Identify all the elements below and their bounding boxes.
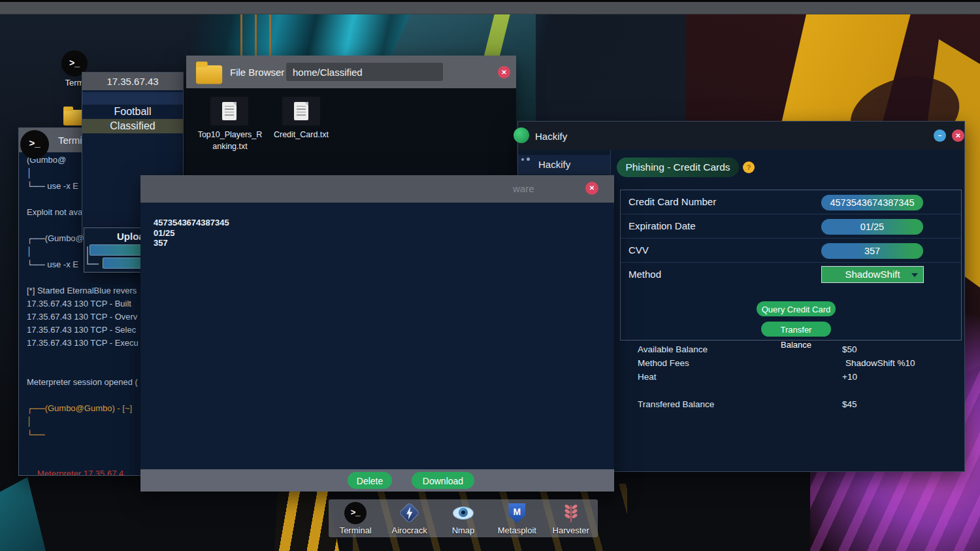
stat-value: $50 xyxy=(842,344,857,354)
file-content-line: 01/25 xyxy=(154,228,614,239)
field-label: Method xyxy=(629,263,661,286)
occluded-window-title: ware xyxy=(513,183,534,194)
terminal-icon: >_ xyxy=(344,502,367,524)
stat-value: ShadowShift %10 xyxy=(845,358,915,368)
dock: >_ Terminal Airocrack Nmap M Metasploit xyxy=(329,499,598,537)
file-name[interactable]: Credit_Card.txt xyxy=(267,129,335,141)
download-button[interactable]: Download xyxy=(412,472,474,489)
terminal-line: Meterpreter session opened ( xyxy=(27,376,142,389)
method-value: ShadowShift xyxy=(845,269,900,280)
help-icon[interactable]: ? xyxy=(743,161,755,173)
dock-label: Airocrack xyxy=(391,526,427,535)
terminal-line xyxy=(27,441,142,454)
expiration-date-field[interactable]: 01/25 xyxy=(821,219,923,235)
file-viewer-content[interactable]: 4573543674387345 01/25 357 xyxy=(140,203,614,469)
stat-value: +10 xyxy=(842,372,857,382)
terminal-line: [*] Started EternalBlue revers xyxy=(27,284,142,297)
hackify-title: Hackify xyxy=(535,131,567,142)
terminal-prompt-line: │ xyxy=(27,415,142,428)
metasploit-shield-icon: M xyxy=(505,501,529,525)
minimize-button[interactable]: – xyxy=(934,129,946,142)
hackify-app-icon xyxy=(514,127,529,143)
method-dropdown[interactable]: ShadowShift xyxy=(821,266,924,283)
terminal-line xyxy=(27,350,142,363)
file-icon-credit-card[interactable] xyxy=(282,97,320,125)
dock-item-terminal[interactable]: >_ Terminal xyxy=(329,501,382,535)
terminal-line xyxy=(27,271,142,284)
close-button[interactable]: ✕ xyxy=(498,66,510,78)
stat-label: Method Fees xyxy=(638,358,689,368)
dock-item-airocrack[interactable]: Airocrack xyxy=(384,501,436,535)
airocrack-icon xyxy=(398,501,421,525)
remote-item-football[interactable]: Football xyxy=(82,105,183,119)
dock-item-metasploit[interactable]: M Metasploit xyxy=(491,501,543,535)
system-top-bar xyxy=(0,0,980,14)
terminal-line: 17.35.67.43 130 TCP - Selec xyxy=(27,324,142,337)
remote-host-title: 17.35.67.43 xyxy=(106,76,158,87)
chevron-down-icon xyxy=(911,273,918,277)
file-icon-top10[interactable] xyxy=(210,97,248,125)
stat-label: Transfered Balance xyxy=(638,399,714,409)
harvester-plant-icon xyxy=(559,501,583,525)
terminal-line xyxy=(27,389,142,402)
remote-host-selection-band xyxy=(82,92,183,105)
terminal-line: 17.35.67.43 130 TCP - Overv xyxy=(27,310,142,324)
close-button[interactable]: ✕ xyxy=(585,182,598,195)
form-row: Method ShadowShift xyxy=(621,263,961,288)
stat-label: Available Balance xyxy=(638,344,708,354)
file-viewer-window: ware ✕ 4573543674387345 01/25 357 Delete… xyxy=(140,175,614,492)
form-row: Credit Card Number 4573543674387345 xyxy=(621,190,961,214)
dock-label: Harvester xyxy=(553,526,589,535)
form-row: CVV 357 xyxy=(621,239,961,263)
file-name[interactable]: Top10_Players_Ranking.txt xyxy=(196,129,264,152)
credit-card-number-field[interactable]: 4573543674387345 xyxy=(821,195,923,210)
dock-item-nmap[interactable]: Nmap xyxy=(437,501,489,535)
folder-icon xyxy=(196,61,222,84)
field-label: CVV xyxy=(629,239,649,262)
section-title-pill: Phishing - Credit Cards xyxy=(617,158,739,177)
sidebar-item-bullet xyxy=(527,158,530,161)
file-content-line: 357 xyxy=(154,238,614,248)
dock-label: Nmap xyxy=(452,526,475,535)
close-button[interactable]: ✕ xyxy=(952,129,964,142)
nmap-eye-icon xyxy=(451,501,475,525)
file-viewer-action-bar: Delete Download xyxy=(140,469,614,492)
remote-host-titlebar[interactable]: 17.35.67.43 xyxy=(82,73,183,90)
query-credit-card-button[interactable]: Query Credit Card xyxy=(757,301,836,316)
terminal-prompt-line: ┌──(Gumbo@Gumbo) - [~] xyxy=(27,402,142,415)
terminal-icon: >_ xyxy=(20,130,49,159)
stat-value: $45 xyxy=(842,399,857,409)
field-label: Expiration Date xyxy=(629,214,696,238)
cvv-field[interactable]: 357 xyxy=(821,243,923,259)
transfer-balance-button[interactable]: Transfer Balance xyxy=(761,322,831,337)
hackify-titlebar[interactable] xyxy=(518,122,964,150)
sidebar-item-hackify[interactable]: Hackify xyxy=(518,155,610,175)
file-browser-window: File Browser ✕ Top10_Players_Ranking.txt… xyxy=(186,56,516,183)
stat-label: Heat xyxy=(638,372,657,382)
path-input[interactable] xyxy=(286,63,443,81)
dock-label: Terminal xyxy=(340,526,372,535)
dock-label: Metasploit xyxy=(498,526,536,535)
desktop: >_ Term >_ Termi (Gumbo@ │ └── use -x E … xyxy=(0,0,980,551)
hackify-main-panel: Phishing - Credit Cards ? Credit Card Nu… xyxy=(611,150,964,471)
document-icon xyxy=(222,102,237,120)
file-viewer-titlebar[interactable] xyxy=(140,175,614,203)
terminal-prompt-glyph: >_ xyxy=(29,137,40,148)
delete-button[interactable]: Delete xyxy=(348,472,392,489)
terminal-line xyxy=(27,454,142,467)
terminal-error-line: Meterpreter 17.35.67.4 xyxy=(27,467,142,475)
field-label: Credit Card Number xyxy=(629,190,716,214)
terminal-line: 17.35.67.43 130 TCP - Built xyxy=(27,297,142,310)
terminal-prompt-glyph: >_ xyxy=(69,58,80,68)
terminal-prompt-line: └── xyxy=(27,428,142,441)
form-row: Expiration Date 01/25 xyxy=(621,214,961,239)
dock-item-harvester[interactable]: Harvester xyxy=(545,501,597,535)
file-content-line: 4573543674387345 xyxy=(154,218,614,228)
file-browser-title: File Browser xyxy=(230,67,284,78)
document-icon xyxy=(294,102,308,120)
phishing-form: Credit Card Number 4573543674387345 Expi… xyxy=(620,190,962,341)
terminal-title: Termi xyxy=(58,135,82,146)
terminal-line: 17.35.67.43 130 TCP - Execu xyxy=(27,337,142,350)
terminal-line xyxy=(27,363,142,376)
remote-item-classified[interactable]: Classified xyxy=(82,119,183,133)
